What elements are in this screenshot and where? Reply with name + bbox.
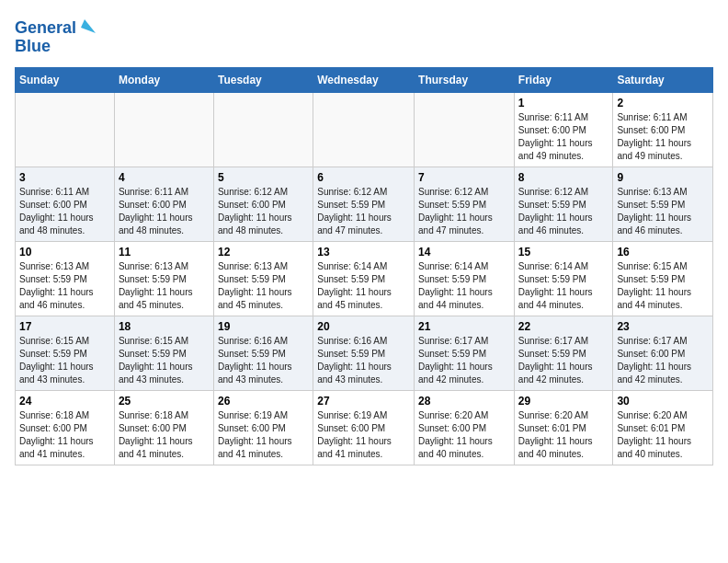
header-day: Sunday bbox=[16, 68, 115, 93]
day-info: Sunrise: 6:19 AM Sunset: 6:00 PM Dayligh… bbox=[218, 409, 309, 461]
day-number: 3 bbox=[19, 171, 110, 184]
day-number: 16 bbox=[617, 246, 709, 259]
calendar-week-row: 1Sunrise: 6:11 AM Sunset: 6:00 PM Daylig… bbox=[16, 93, 713, 167]
calendar-cell: 25Sunrise: 6:18 AM Sunset: 6:00 PM Dayli… bbox=[114, 391, 213, 465]
calendar-cell: 15Sunrise: 6:14 AM Sunset: 5:59 PM Dayli… bbox=[514, 242, 613, 316]
calendar-cell: 5Sunrise: 6:12 AM Sunset: 6:00 PM Daylig… bbox=[213, 167, 313, 242]
day-number: 8 bbox=[518, 171, 609, 184]
calendar-cell: 30Sunrise: 6:20 AM Sunset: 6:01 PM Dayli… bbox=[613, 391, 713, 465]
day-number: 11 bbox=[119, 246, 210, 259]
calendar-week-row: 24Sunrise: 6:18 AM Sunset: 6:00 PM Dayli… bbox=[16, 391, 713, 465]
day-number: 9 bbox=[617, 171, 709, 184]
calendar-cell: 2Sunrise: 6:11 AM Sunset: 6:00 PM Daylig… bbox=[613, 93, 713, 167]
header-row: SundayMondayTuesdayWednesdayThursdayFrid… bbox=[16, 68, 713, 93]
day-number: 12 bbox=[218, 246, 309, 259]
calendar-week-row: 3Sunrise: 6:11 AM Sunset: 6:00 PM Daylig… bbox=[16, 167, 713, 242]
calendar-cell: 20Sunrise: 6:16 AM Sunset: 5:59 PM Dayli… bbox=[313, 316, 415, 391]
calendar-cell: 28Sunrise: 6:20 AM Sunset: 6:00 PM Dayli… bbox=[415, 391, 515, 465]
day-number: 2 bbox=[617, 97, 709, 109]
calendar-cell: 7Sunrise: 6:12 AM Sunset: 5:59 PM Daylig… bbox=[415, 167, 515, 242]
calendar-cell: 14Sunrise: 6:14 AM Sunset: 5:59 PM Dayli… bbox=[415, 242, 515, 316]
calendar-cell: 18Sunrise: 6:15 AM Sunset: 5:59 PM Dayli… bbox=[114, 316, 213, 391]
day-number: 26 bbox=[218, 395, 309, 408]
day-info: Sunrise: 6:20 AM Sunset: 6:01 PM Dayligh… bbox=[518, 409, 609, 461]
day-info: Sunrise: 6:12 AM Sunset: 6:00 PM Dayligh… bbox=[218, 186, 309, 237]
header-day: Friday bbox=[514, 68, 613, 93]
day-number: 18 bbox=[119, 320, 210, 333]
logo-svg: GeneralBlue bbox=[15, 15, 97, 56]
calendar-cell: 24Sunrise: 6:18 AM Sunset: 6:00 PM Dayli… bbox=[16, 391, 115, 465]
day-info: Sunrise: 6:20 AM Sunset: 6:01 PM Dayligh… bbox=[617, 409, 709, 461]
calendar-cell: 13Sunrise: 6:14 AM Sunset: 5:59 PM Dayli… bbox=[313, 242, 415, 316]
header-day: Monday bbox=[114, 68, 213, 93]
day-number: 21 bbox=[418, 320, 510, 333]
day-info: Sunrise: 6:18 AM Sunset: 6:00 PM Dayligh… bbox=[19, 409, 110, 461]
header-day: Saturday bbox=[613, 68, 713, 93]
day-info: Sunrise: 6:18 AM Sunset: 6:00 PM Dayligh… bbox=[119, 409, 210, 461]
calendar-cell bbox=[415, 93, 515, 167]
day-number: 5 bbox=[218, 171, 309, 184]
calendar-cell: 22Sunrise: 6:17 AM Sunset: 5:59 PM Dayli… bbox=[514, 316, 613, 391]
day-number: 23 bbox=[617, 320, 709, 333]
calendar-week-row: 10Sunrise: 6:13 AM Sunset: 5:59 PM Dayli… bbox=[16, 242, 713, 316]
calendar-cell: 27Sunrise: 6:19 AM Sunset: 6:00 PM Dayli… bbox=[313, 391, 415, 465]
calendar-cell bbox=[213, 93, 313, 167]
page-header: GeneralBlue bbox=[15, 15, 713, 56]
day-info: Sunrise: 6:14 AM Sunset: 5:59 PM Dayligh… bbox=[418, 260, 510, 312]
day-info: Sunrise: 6:11 AM Sunset: 6:00 PM Dayligh… bbox=[617, 111, 709, 163]
calendar-cell: 11Sunrise: 6:13 AM Sunset: 5:59 PM Dayli… bbox=[114, 242, 213, 316]
header-day: Thursday bbox=[415, 68, 515, 93]
svg-text:Blue: Blue bbox=[15, 37, 51, 55]
day-number: 1 bbox=[518, 97, 609, 109]
svg-text:General: General bbox=[15, 18, 76, 37]
day-info: Sunrise: 6:15 AM Sunset: 5:59 PM Dayligh… bbox=[119, 335, 210, 386]
day-info: Sunrise: 6:13 AM Sunset: 5:59 PM Dayligh… bbox=[19, 260, 110, 312]
day-info: Sunrise: 6:12 AM Sunset: 5:59 PM Dayligh… bbox=[518, 186, 609, 237]
calendar-cell bbox=[114, 93, 213, 167]
day-number: 15 bbox=[518, 246, 609, 259]
calendar-cell: 21Sunrise: 6:17 AM Sunset: 5:59 PM Dayli… bbox=[415, 316, 515, 391]
calendar-cell bbox=[313, 93, 415, 167]
calendar-cell bbox=[16, 93, 115, 167]
day-info: Sunrise: 6:13 AM Sunset: 5:59 PM Dayligh… bbox=[119, 260, 210, 312]
day-info: Sunrise: 6:14 AM Sunset: 5:59 PM Dayligh… bbox=[518, 260, 609, 312]
day-number: 6 bbox=[317, 171, 410, 184]
day-info: Sunrise: 6:12 AM Sunset: 5:59 PM Dayligh… bbox=[317, 186, 410, 237]
calendar-cell: 4Sunrise: 6:11 AM Sunset: 6:00 PM Daylig… bbox=[114, 167, 213, 242]
day-info: Sunrise: 6:16 AM Sunset: 5:59 PM Dayligh… bbox=[317, 335, 410, 386]
day-info: Sunrise: 6:17 AM Sunset: 6:00 PM Dayligh… bbox=[617, 335, 709, 386]
day-info: Sunrise: 6:11 AM Sunset: 6:00 PM Dayligh… bbox=[518, 111, 609, 163]
calendar-cell: 29Sunrise: 6:20 AM Sunset: 6:01 PM Dayli… bbox=[514, 391, 613, 465]
day-info: Sunrise: 6:11 AM Sunset: 6:00 PM Dayligh… bbox=[19, 186, 110, 237]
day-info: Sunrise: 6:15 AM Sunset: 5:59 PM Dayligh… bbox=[19, 335, 110, 386]
calendar-cell: 26Sunrise: 6:19 AM Sunset: 6:00 PM Dayli… bbox=[213, 391, 313, 465]
day-number: 7 bbox=[418, 171, 510, 184]
day-info: Sunrise: 6:13 AM Sunset: 5:59 PM Dayligh… bbox=[218, 260, 309, 312]
svg-marker-2 bbox=[81, 19, 96, 33]
day-info: Sunrise: 6:13 AM Sunset: 5:59 PM Dayligh… bbox=[617, 186, 709, 237]
calendar-cell: 3Sunrise: 6:11 AM Sunset: 6:00 PM Daylig… bbox=[16, 167, 115, 242]
day-number: 20 bbox=[317, 320, 410, 333]
calendar-cell: 12Sunrise: 6:13 AM Sunset: 5:59 PM Dayli… bbox=[213, 242, 313, 316]
calendar-cell: 16Sunrise: 6:15 AM Sunset: 5:59 PM Dayli… bbox=[613, 242, 713, 316]
day-info: Sunrise: 6:14 AM Sunset: 5:59 PM Dayligh… bbox=[317, 260, 410, 312]
day-info: Sunrise: 6:15 AM Sunset: 5:59 PM Dayligh… bbox=[617, 260, 709, 312]
day-number: 25 bbox=[119, 395, 210, 408]
day-info: Sunrise: 6:17 AM Sunset: 5:59 PM Dayligh… bbox=[418, 335, 510, 386]
day-number: 27 bbox=[317, 395, 410, 408]
logo: GeneralBlue bbox=[15, 15, 97, 56]
day-info: Sunrise: 6:20 AM Sunset: 6:00 PM Dayligh… bbox=[418, 409, 510, 461]
calendar-cell: 9Sunrise: 6:13 AM Sunset: 5:59 PM Daylig… bbox=[613, 167, 713, 242]
day-number: 13 bbox=[317, 246, 410, 259]
calendar-cell: 10Sunrise: 6:13 AM Sunset: 5:59 PM Dayli… bbox=[16, 242, 115, 316]
day-number: 28 bbox=[418, 395, 510, 408]
day-number: 22 bbox=[518, 320, 609, 333]
calendar-cell: 19Sunrise: 6:16 AM Sunset: 5:59 PM Dayli… bbox=[213, 316, 313, 391]
calendar-cell: 1Sunrise: 6:11 AM Sunset: 6:00 PM Daylig… bbox=[514, 93, 613, 167]
day-number: 17 bbox=[19, 320, 110, 333]
day-info: Sunrise: 6:16 AM Sunset: 5:59 PM Dayligh… bbox=[218, 335, 309, 386]
day-number: 10 bbox=[19, 246, 110, 259]
day-number: 14 bbox=[418, 246, 510, 259]
calendar-cell: 6Sunrise: 6:12 AM Sunset: 5:59 PM Daylig… bbox=[313, 167, 415, 242]
header-day: Tuesday bbox=[213, 68, 313, 93]
